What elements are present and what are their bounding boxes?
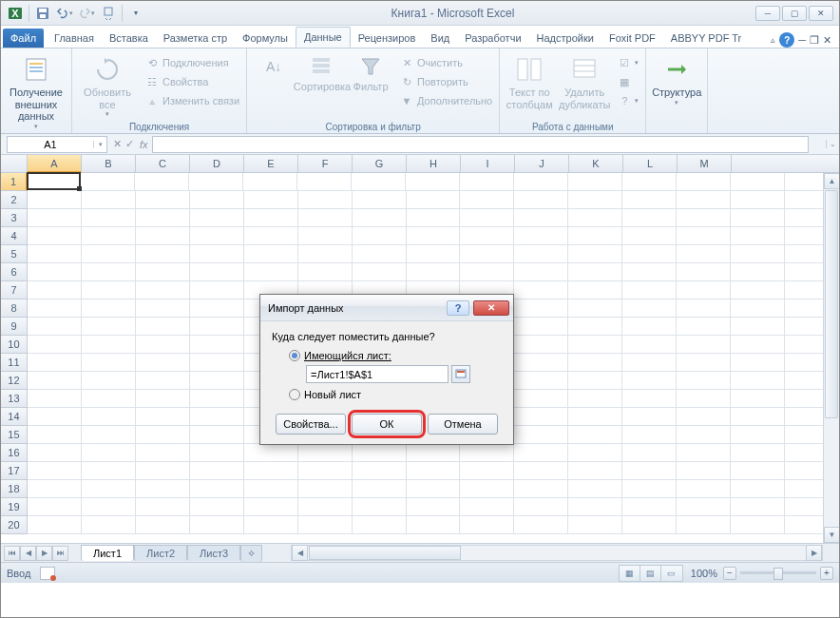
qat-more-icon[interactable]: ▾ — [125, 3, 146, 24]
cell[interactable] — [407, 444, 461, 462]
minimize-button[interactable]: ─ — [755, 6, 780, 21]
cell[interactable] — [460, 263, 514, 281]
cell[interactable] — [136, 299, 190, 318]
tab-abbyy[interactable]: ABBYY PDF Tr — [663, 29, 749, 48]
cell[interactable] — [352, 173, 406, 191]
cell[interactable] — [298, 516, 353, 534]
cell[interactable] — [677, 426, 731, 444]
cell[interactable] — [677, 408, 731, 426]
qat-customize-icon[interactable] — [98, 3, 119, 24]
cell[interactable] — [622, 480, 677, 498]
cell[interactable] — [731, 281, 785, 299]
reapply-button[interactable]: ↻Повторить — [396, 73, 495, 90]
cell[interactable] — [514, 408, 568, 426]
cell[interactable] — [677, 516, 731, 534]
cell[interactable] — [407, 480, 461, 498]
cell[interactable] — [460, 444, 514, 462]
cell[interactable] — [568, 318, 622, 336]
cell[interactable] — [568, 209, 622, 227]
cell[interactable] — [731, 480, 785, 498]
cell[interactable] — [731, 372, 785, 390]
cell[interactable] — [622, 444, 677, 462]
cancel-button[interactable]: Отмена — [428, 414, 498, 435]
cell[interactable] — [28, 299, 82, 318]
cell[interactable] — [82, 336, 136, 354]
cell[interactable] — [28, 480, 82, 498]
cell[interactable] — [353, 480, 407, 498]
cell[interactable] — [731, 336, 785, 354]
tab-foxit[interactable]: Foxit PDF — [601, 29, 663, 48]
cell[interactable] — [27, 172, 81, 190]
radio-existing-sheet[interactable]: Имеющийся лист: — [272, 348, 502, 363]
cell[interactable] — [514, 191, 568, 209]
cell[interactable] — [460, 462, 514, 480]
cell[interactable] — [731, 462, 785, 480]
row-header[interactable]: 15 — [1, 426, 28, 444]
cell[interactable] — [28, 354, 82, 372]
cell[interactable] — [514, 462, 568, 480]
cell[interactable] — [190, 191, 244, 209]
cell[interactable] — [731, 299, 785, 318]
sheet-nav-first-icon[interactable]: ⏮ — [4, 546, 20, 561]
tab-addins[interactable]: Надстройки — [529, 29, 601, 48]
cell[interactable] — [353, 245, 407, 263]
cell[interactable] — [298, 263, 353, 281]
cell[interactable] — [298, 191, 353, 209]
cell[interactable] — [460, 480, 514, 498]
column-header[interactable]: G — [353, 155, 407, 172]
cell[interactable] — [568, 444, 622, 462]
cell[interactable] — [28, 498, 82, 516]
cell[interactable] — [677, 444, 731, 462]
cell[interactable] — [622, 426, 677, 444]
scroll-up-icon[interactable]: ▲ — [824, 173, 839, 189]
column-header[interactable]: K — [569, 155, 623, 172]
cell[interactable] — [568, 245, 622, 263]
cell[interactable] — [28, 336, 82, 354]
cell[interactable] — [568, 299, 622, 318]
cell[interactable] — [353, 516, 407, 534]
cell[interactable] — [136, 318, 190, 336]
cell[interactable] — [297, 173, 352, 191]
refresh-all-button[interactable]: Обновить все ▾ — [76, 52, 139, 118]
cell[interactable] — [677, 227, 731, 245]
cell[interactable] — [407, 227, 461, 245]
cell[interactable] — [731, 426, 785, 444]
cell[interactable] — [731, 498, 785, 516]
tab-page-layout[interactable]: Разметка стр — [156, 29, 235, 48]
cell[interactable] — [82, 390, 136, 408]
column-header[interactable]: C — [136, 155, 190, 172]
cell[interactable] — [460, 191, 514, 209]
cell[interactable] — [243, 173, 297, 191]
cell[interactable] — [568, 462, 622, 480]
cell[interactable] — [568, 426, 622, 444]
cell[interactable] — [244, 516, 298, 534]
cell[interactable] — [190, 336, 244, 354]
ribbon-minimize-icon[interactable]: ▵ — [771, 35, 775, 45]
cell[interactable] — [731, 354, 785, 372]
row-header[interactable]: 14 — [1, 408, 28, 426]
cell[interactable] — [622, 354, 677, 372]
cell[interactable] — [136, 426, 190, 444]
tab-file[interactable]: Файл — [3, 29, 44, 48]
cell[interactable] — [82, 354, 136, 372]
cell[interactable] — [190, 227, 244, 245]
zoom-level[interactable]: 100% — [691, 568, 717, 579]
cell[interactable] — [190, 299, 244, 318]
cell[interactable] — [622, 390, 677, 408]
cell[interactable] — [244, 245, 298, 263]
cell[interactable] — [677, 318, 731, 336]
scroll-down-icon[interactable]: ▼ — [824, 527, 839, 543]
cell[interactable] — [136, 245, 190, 263]
macro-record-icon[interactable] — [40, 567, 55, 580]
cell[interactable] — [677, 245, 731, 263]
cell[interactable] — [407, 191, 461, 209]
cell[interactable] — [677, 480, 731, 498]
cell[interactable] — [28, 444, 82, 462]
cell[interactable] — [514, 263, 568, 281]
cell[interactable] — [731, 318, 785, 336]
cell[interactable] — [460, 498, 514, 516]
cell[interactable] — [514, 498, 568, 516]
cell[interactable] — [622, 227, 677, 245]
cell[interactable] — [622, 245, 677, 263]
cell[interactable] — [568, 390, 622, 408]
